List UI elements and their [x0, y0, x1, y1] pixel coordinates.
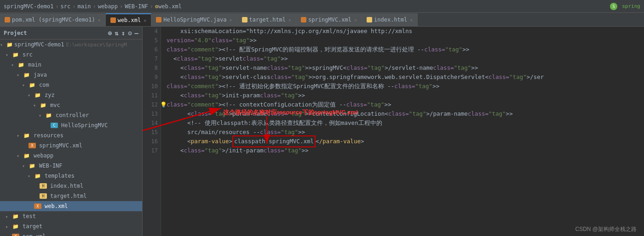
sidebar-item-java[interactable]: ▾ 📁 java [0, 70, 142, 80]
tree-arrow: ▾ [33, 103, 40, 108]
tab-close-target[interactable]: ✕ [288, 17, 291, 22]
tab-label-springmvc: springMVC.xml [308, 17, 351, 23]
code-line-7: <class="tag">servletclass="tag">> [167, 54, 644, 63]
sidebar-item-targethtml[interactable]: H target.html [0, 191, 142, 201]
sidebar-item-webxml[interactable]: X web.xml [0, 201, 142, 211]
code-line-4: xsi:schemaLocation="http://xmlns.jcp.org… [167, 27, 644, 36]
project-icon: 📁 [6, 42, 13, 48]
code-editor[interactable]: 456789101112💡1314151617 xsi:schemaLocati… [143, 27, 644, 236]
tree-item-label: java [34, 72, 47, 78]
breadcrumb-sep-3: › [92, 3, 96, 10]
tab-bar: pom.xml (springMVC-demo1) ✕ web.xml ✕ He… [0, 13, 644, 27]
sidebar-item-zyz[interactable]: ▾ 📁 zyz [0, 90, 142, 100]
breadcrumb-sep-5: › [150, 3, 153, 10]
gutter-bulb-icon[interactable]: 💡 [160, 100, 167, 109]
main-area: Project ⊕ ⇅ ↕ ⚙ — ▾ 📁 springMVC-demo1 E:… [0, 27, 644, 236]
tree-item-label: springMVC.xml [39, 142, 82, 149]
tree-arrow: ▾ [22, 83, 29, 88]
sidebar-item-main[interactable]: ▾ 📁 main [0, 60, 142, 70]
sidebar-item-templates[interactable]: ▾ 📁 templates [0, 171, 142, 181]
breadcrumb-project[interactable]: springMVC-demo1 [4, 3, 53, 10]
code-line-11: <class="tag">init-paramclass="tag">> [167, 91, 644, 100]
sidebar-item-springmvcxml[interactable]: X springMVC.xml [0, 140, 142, 151]
sidebar: Project ⊕ ⇅ ↕ ⚙ — ▾ 📁 springMVC-demo1 E:… [0, 27, 143, 236]
folder-icon: 📁 [23, 152, 30, 159]
tab-index[interactable]: index.html ✕ [362, 13, 418, 26]
sidebar-item-controller[interactable]: ▾ 📁 controller [0, 110, 142, 120]
sidebar-icon-close[interactable]: — [135, 29, 138, 37]
tree-item-label: WEB-INF [39, 163, 63, 169]
sidebar-item-pomxml[interactable]: X pom.xml [0, 231, 142, 236]
breadcrumb-webinf[interactable]: WEB-INF [125, 3, 148, 10]
sidebar-item-src[interactable]: ▾ 📁 src [0, 50, 142, 60]
code-lines[interactable]: xsi:schemaLocation="http://xmlns.jcp.org… [161, 27, 644, 236]
tab-hello[interactable]: HelloSpringMVC.java ✕ [151, 13, 237, 26]
sidebar-icon-settings[interactable]: ⚙ [128, 29, 132, 37]
tab-icon-pom [5, 17, 10, 22]
breadcrumb-sep-4: › [120, 3, 123, 10]
tab-icon-index [367, 17, 372, 22]
tab-web[interactable]: web.xml ✕ [106, 13, 152, 26]
breadcrumb-right: S spring [610, 3, 640, 10]
xml-icon: X [29, 143, 36, 148]
tree-item-label: index.html [50, 183, 83, 189]
tab-label-index: index.html [374, 17, 407, 23]
tab-icon-springmvc [301, 17, 306, 22]
xml-icon: X [34, 203, 41, 209]
code-line-10: class="comment"><!-- 通过初始化参数指定SpringMVC配… [167, 82, 644, 91]
breadcrumb-webapp[interactable]: webapp [98, 3, 118, 10]
sidebar-item-webapp[interactable]: ▾ 📁 webapp [0, 151, 142, 161]
folder-icon: 📁 [40, 101, 47, 109]
line-num-11: 11 [143, 91, 158, 100]
sidebar-icon-sync[interactable]: ⇅ [115, 29, 118, 37]
line-num-14: 14 [143, 118, 158, 128]
tab-close-index[interactable]: ✕ [410, 17, 413, 22]
sidebar-item-resources[interactable]: ▾ 📁 resources [0, 130, 142, 140]
line-num-10: 10 [143, 82, 158, 91]
sidebar-header: Project ⊕ ⇅ ↕ ⚙ — [0, 27, 142, 39]
tab-label-pom: pom.xml (springMVC-demo1) [12, 17, 95, 23]
tab-close-springmvc[interactable]: ✕ [354, 17, 357, 22]
line-num-12: 12💡 [143, 100, 158, 109]
sidebar-tree: ▾ 📁 springMVC-demo1 E:\workspace\SpringM… [0, 39, 142, 236]
sidebar-icon-expand[interactable]: ↕ [121, 29, 125, 37]
spring-icon: S [610, 3, 617, 10]
tab-close-web[interactable]: ✕ [144, 18, 146, 23]
sidebar-item-mvc[interactable]: ▾ 📁 mvc [0, 100, 142, 110]
tab-pom[interactable]: pom.xml (springMVC-demo1) ✕ [0, 13, 106, 26]
tab-label-hello: HelloSpringMVC.java [163, 17, 226, 23]
tree-item-label: webapp [34, 152, 53, 159]
folder-icon: 📁 [12, 51, 19, 58]
tree-arrow: ▾ [11, 62, 17, 67]
tab-icon-web [110, 17, 116, 23]
spring-label: spring [622, 3, 640, 9]
folder-icon: 📁 [17, 61, 25, 68]
line-num-6: 6 [143, 45, 158, 54]
breadcrumb-webxml[interactable]: web.xml [158, 3, 182, 10]
sidebar-icon-add[interactable]: ⊕ [108, 29, 112, 37]
sidebar-item-hellospringmvc[interactable]: C HelloSpringMVC [0, 120, 142, 130]
tree-item-label: mvc [50, 102, 60, 108]
sidebar-item-com[interactable]: ▾ 📁 com [0, 80, 142, 90]
sidebar-item-target_dir[interactable]: ▸ 📁 target [0, 221, 142, 231]
html-icon: H [40, 193, 47, 199]
sidebar-item-test[interactable]: ▸ 📁 test [0, 211, 142, 221]
code-line-6: class="comment"><!-- 配置SpringMVC的前端控制器，对… [167, 45, 644, 54]
tab-close-pom[interactable]: ✕ [98, 17, 101, 22]
code-line-9: <class="tag">servlet-classclass="tag">>o… [167, 73, 644, 82]
xml-icon: X [12, 234, 19, 236]
tab-close-hello[interactable]: ✕ [230, 17, 232, 22]
html-icon: H [40, 183, 47, 189]
breadcrumb-main[interactable]: main [78, 3, 91, 10]
breadcrumb-src[interactable]: src [61, 3, 71, 10]
sidebar-item-indexhtml[interactable]: H index.html [0, 181, 142, 191]
line-num-13: 13 [143, 109, 158, 118]
line-num-5: 5 [143, 36, 158, 45]
folder-icon: 📁 [12, 213, 19, 220]
code-line-17: <class="tag">/init-paramclass="tag">> [167, 146, 644, 155]
folder-icon: 📁 [34, 91, 41, 99]
tab-springmvc[interactable]: springMVC.xml ✕ [296, 13, 362, 26]
sidebar-item-webinf[interactable]: ▾ 📁 WEB-INF [0, 161, 142, 171]
tab-target[interactable]: target.html ✕ [237, 13, 297, 26]
sidebar-item-root[interactable]: ▾ 📁 springMVC-demo1 E:\workspace\SpringM [0, 39, 142, 50]
